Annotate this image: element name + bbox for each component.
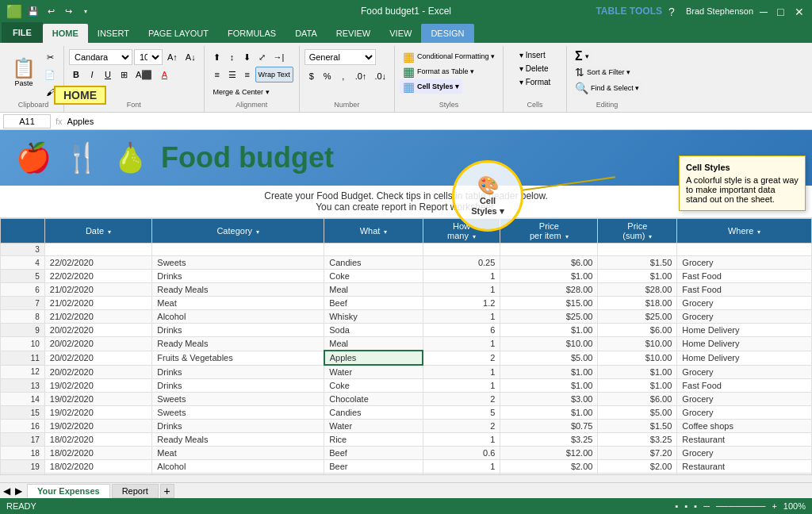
table-cell[interactable]: Beer xyxy=(324,460,423,474)
align-middle-btn[interactable]: ↕ xyxy=(225,49,239,65)
insert-btn[interactable]: ▾ Insert xyxy=(515,49,550,61)
table-cell[interactable]: 18/02/2020 xyxy=(44,433,152,447)
table-cell[interactable]: 19/02/2020 xyxy=(44,379,152,393)
table-cell[interactable]: 21/02/2020 xyxy=(44,283,152,297)
cut-button[interactable]: ✂ xyxy=(41,49,59,65)
autosum-btn[interactable]: Σ ▾ xyxy=(572,49,592,63)
table-cell[interactable]: Meal xyxy=(324,283,423,297)
table-cell[interactable]: Candies xyxy=(324,406,423,420)
table-cell[interactable]: Grocery xyxy=(677,393,812,406)
table-cell[interactable]: Drinks xyxy=(152,270,324,283)
table-cell[interactable]: 22/02/2020 xyxy=(44,270,152,283)
table-cell[interactable]: 2 xyxy=(423,351,500,365)
table-cell[interactable]: $15.00 xyxy=(500,297,598,310)
table-cell[interactable]: Chocolate xyxy=(324,393,423,406)
table-cell[interactable]: Water xyxy=(324,365,423,379)
table-cell[interactable]: 1 xyxy=(423,379,500,393)
sheet-tab-report[interactable]: Report xyxy=(112,484,159,498)
table-cell[interactable]: Candies xyxy=(324,256,423,270)
table-cell[interactable]: Sweets xyxy=(152,256,324,270)
table-cell[interactable]: Water xyxy=(324,420,423,433)
col-price-sum[interactable]: Price(sum) ▾ xyxy=(598,219,677,244)
nav-next-sheet[interactable]: ▶ xyxy=(15,485,22,497)
dec-dec-btn[interactable]: .0↓ xyxy=(371,68,389,84)
table-cell[interactable]: $25.00 xyxy=(598,310,677,324)
conditional-formatting-btn[interactable]: ▦ Conditional Formatting ▾ xyxy=(400,49,498,63)
table-cell[interactable]: Fast Food xyxy=(677,283,812,297)
col-date[interactable]: Date ▾ xyxy=(44,219,152,244)
zoom-slider[interactable]: ──────── xyxy=(716,501,765,511)
percent-btn[interactable]: % xyxy=(320,68,335,84)
table-cell[interactable]: Meat xyxy=(152,297,324,310)
align-bottom-btn[interactable]: ⬇ xyxy=(240,49,255,65)
table-cell[interactable] xyxy=(152,244,324,256)
table-cell[interactable]: $6.00 xyxy=(598,324,677,337)
horizontal-scrollbar[interactable] xyxy=(0,474,812,482)
font-name-select[interactable]: Candara xyxy=(69,49,132,65)
table-cell[interactable]: $6.00 xyxy=(500,256,598,270)
table-cell[interactable] xyxy=(324,244,423,256)
nav-prev-sheet[interactable]: ◀ xyxy=(3,485,10,497)
table-cell[interactable]: $1.00 xyxy=(500,379,598,393)
table-cell[interactable]: Alcohol xyxy=(152,310,324,324)
table-cell[interactable]: $3.25 xyxy=(598,433,677,447)
table-cell[interactable]: 1 xyxy=(423,283,500,297)
table-cell[interactable] xyxy=(500,244,598,256)
find-select-btn[interactable]: 🔍 Find & Select ▾ xyxy=(572,81,642,95)
table-cell[interactable]: 1 xyxy=(423,365,500,379)
name-box[interactable] xyxy=(3,114,51,128)
dollar-btn[interactable]: $ xyxy=(304,68,319,84)
table-cell[interactable]: Meal xyxy=(324,337,423,351)
wrap-text-btn[interactable]: Wrap Text xyxy=(255,67,293,82)
table-cell[interactable]: $3.00 xyxy=(500,393,598,406)
table-cell[interactable]: Coke xyxy=(324,379,423,393)
indent-more-btn[interactable]: →| xyxy=(270,49,288,65)
table-cell[interactable]: Meat xyxy=(152,447,324,460)
table-cell[interactable]: $6.00 xyxy=(598,393,677,406)
zoom-out-btn[interactable]: ─ xyxy=(703,501,710,511)
italic-button[interactable]: I xyxy=(85,67,99,82)
table-cell[interactable]: Home Delivery xyxy=(677,351,812,365)
table-cell[interactable]: $0.75 xyxy=(500,420,598,433)
number-format-select[interactable]: General xyxy=(304,49,376,65)
comma-btn[interactable]: , xyxy=(336,68,350,84)
table-cell[interactable]: 1 xyxy=(423,270,500,283)
table-cell[interactable]: 1 xyxy=(423,460,500,474)
table-cell[interactable]: $5.00 xyxy=(598,406,677,420)
table-cell[interactable]: Beef xyxy=(324,447,423,460)
underline-button[interactable]: U xyxy=(101,67,115,82)
table-cell[interactable]: 1 xyxy=(423,433,500,447)
col-price-item[interactable]: Priceper item ▾ xyxy=(500,219,598,244)
table-cell[interactable]: $10.00 xyxy=(598,337,677,351)
table-cell[interactable]: 18/02/2020 xyxy=(44,460,152,474)
tab-insert[interactable]: INSERT xyxy=(88,24,139,43)
table-cell[interactable]: 21/02/2020 xyxy=(44,310,152,324)
table-cell[interactable]: Sweets xyxy=(152,406,324,420)
minimize-btn[interactable]: ─ xyxy=(760,6,771,17)
table-cell[interactable]: 19/02/2020 xyxy=(44,393,152,406)
table-cell[interactable]: Drinks xyxy=(152,324,324,337)
table-cell[interactable]: 0.25 xyxy=(423,256,500,270)
table-cell[interactable]: $1.00 xyxy=(500,270,598,283)
table-cell[interactable]: 19/02/2020 xyxy=(44,420,152,433)
fill-color-button[interactable]: A⬛ xyxy=(132,67,155,82)
table-cell[interactable]: $1.00 xyxy=(598,365,677,379)
table-cell[interactable]: 20/02/2020 xyxy=(44,365,152,379)
table-cell[interactable]: $1.00 xyxy=(500,365,598,379)
table-cell[interactable]: Fruits & Vegetables xyxy=(152,351,324,365)
table-cell[interactable]: Rice xyxy=(324,433,423,447)
table-cell[interactable]: 5 xyxy=(423,406,500,420)
align-top-btn[interactable]: ⬆ xyxy=(210,49,224,65)
quick-access-redo[interactable]: ↪ xyxy=(62,5,75,17)
quick-access-dropdown[interactable]: ▾ xyxy=(79,5,92,17)
quick-access-undo[interactable]: ↩ xyxy=(44,5,57,17)
table-cell[interactable]: Grocery xyxy=(677,365,812,379)
align-left-btn[interactable]: ≡ xyxy=(210,67,224,82)
align-right-btn[interactable]: ≡ xyxy=(240,67,255,82)
table-cell[interactable]: Alcohol xyxy=(152,460,324,474)
table-cell[interactable]: $18.00 xyxy=(598,297,677,310)
help-btn[interactable]: ? xyxy=(668,6,680,17)
border-button[interactable]: ⊞ xyxy=(117,67,131,82)
copy-button[interactable]: 📄 xyxy=(41,67,59,82)
tab-review[interactable]: REVIEW xyxy=(327,24,380,43)
